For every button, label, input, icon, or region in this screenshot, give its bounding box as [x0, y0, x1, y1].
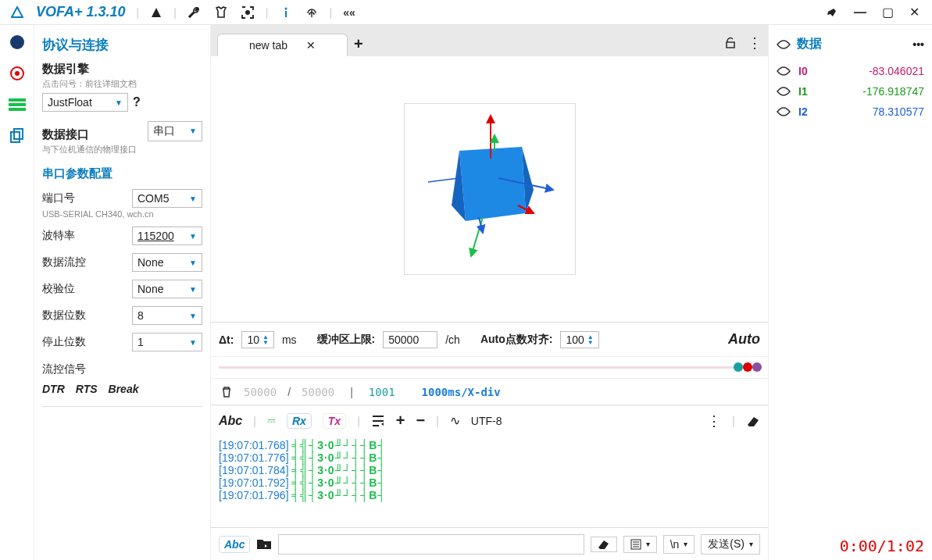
- svg-rect-10: [9, 108, 26, 111]
- log-line: [19:07:01.796] ╡╣┤3·0╜┘┤┤B┤: [219, 489, 760, 501]
- info-icon[interactable]: [280, 6, 292, 19]
- plus-icon[interactable]: +: [396, 412, 405, 430]
- fingerprint-icon[interactable]: [305, 5, 319, 20]
- timeline[interactable]: [211, 356, 768, 378]
- hex-icon[interactable]: ∿: [450, 413, 460, 428]
- svg-line-22: [428, 178, 459, 182]
- status-sep: /: [287, 386, 291, 398]
- dock-menu[interactable]: [6, 94, 28, 116]
- flow-select[interactable]: None▼: [132, 253, 202, 272]
- eraser-icon[interactable]: [746, 416, 760, 426]
- send-bar: Abc ▾ \n▾ 发送(S)▾: [211, 527, 768, 560]
- align-spin[interactable]: 100▲▼: [560, 331, 598, 348]
- status-b: 50000: [302, 386, 334, 398]
- engine-help[interactable]: ?: [133, 95, 141, 109]
- parity-select[interactable]: None▼: [132, 280, 202, 298]
- engine-label: 数据引擎: [42, 62, 202, 77]
- tx-toggle[interactable]: Tx: [323, 413, 346, 429]
- flow-label: 数据流控: [42, 255, 86, 269]
- dt-unit: ms: [282, 334, 297, 346]
- svg-point-7: [15, 71, 20, 76]
- left-header: 协议与连接: [42, 36, 202, 54]
- pin-icon[interactable]: [826, 6, 838, 19]
- auto-button[interactable]: Auto: [728, 331, 760, 348]
- console-output[interactable]: [19:07:01.768] ╡╣┤3·0╜┘┤┤B┤ [19:07:01.77…: [211, 436, 768, 527]
- send-history[interactable]: ▾: [623, 536, 657, 553]
- svg-rect-12: [14, 129, 23, 139]
- log-line: [19:07:01.784] ╡╣┤3·0╜┘┤┤B┤: [219, 464, 760, 476]
- connect-toggle[interactable]: ⎓: [267, 412, 276, 429]
- engine-select[interactable]: JustFloat▼: [42, 93, 128, 112]
- data-row[interactable]: I1-176.918747: [777, 85, 924, 98]
- data-row[interactable]: I0-83.046021: [777, 65, 924, 77]
- dt-spin[interactable]: 10▲▼: [241, 331, 274, 348]
- databits-label: 数据位数: [42, 309, 86, 323]
- svg-rect-8: [9, 98, 26, 102]
- buf-label: 缓冲区上限:: [317, 333, 376, 347]
- baud-select[interactable]: 115200▼: [132, 226, 202, 245]
- left-panel: 协议与连接 数据引擎 点击问号：前往详细文档 JustFloat▼ ? 数据接口…: [34, 25, 211, 560]
- tab-label: new tab: [249, 39, 287, 52]
- recording-timer: 0:00/1:02: [840, 537, 924, 555]
- buf-unit: /ch: [445, 334, 460, 346]
- focus-icon[interactable]: [241, 5, 255, 20]
- close-button[interactable]: ✕: [909, 5, 920, 20]
- buf-field[interactable]: 50000: [383, 331, 437, 348]
- svg-marker-1: [152, 8, 161, 17]
- log-line: [19:07:01.776] ╡╣┤3·0╜┘┤┤B┤: [219, 451, 760, 464]
- stopbits-label: 停止位数: [42, 335, 86, 349]
- port-sub: USB-SERIAL CH340, wch.cn: [42, 209, 202, 219]
- svg-rect-11: [11, 132, 20, 142]
- abc-toggle[interactable]: Abc: [219, 414, 242, 428]
- signal-label: 流控信号: [42, 362, 202, 376]
- app-logo-icon: [11, 6, 23, 19]
- signal-break[interactable]: Break: [109, 383, 139, 395]
- status-c: 1001: [369, 386, 395, 398]
- tab-add-button[interactable]: +: [354, 35, 363, 56]
- folder-icon[interactable]: [256, 538, 272, 551]
- send-input[interactable]: [278, 534, 584, 555]
- iface-select[interactable]: 串口▼: [148, 121, 202, 141]
- wrench-icon[interactable]: [187, 5, 202, 20]
- minimize-button[interactable]: —: [854, 5, 866, 20]
- svg-marker-13: [459, 147, 526, 221]
- dock-connect[interactable]: [6, 31, 28, 53]
- stopbits-select[interactable]: 1▼: [132, 333, 202, 351]
- dock-copy[interactable]: [6, 125, 28, 147]
- baud-label: 波特率: [42, 229, 75, 243]
- align-label: Auto点数对齐:: [480, 333, 553, 347]
- unlock-icon[interactable]: [724, 37, 737, 49]
- tab-close-icon[interactable]: ✕: [306, 39, 316, 52]
- signal-dtr[interactable]: DTR: [42, 383, 65, 395]
- tab-active[interactable]: new tab ✕: [217, 34, 348, 56]
- port-select[interactable]: COM5▼: [132, 189, 202, 208]
- left-dock: [0, 25, 34, 560]
- app-title: VOFA+ 1.3.10: [36, 4, 126, 20]
- databits-select[interactable]: 8▼: [132, 306, 202, 325]
- tabs-bar: new tab ✕ + ⋮: [211, 25, 768, 56]
- send-erase[interactable]: [591, 537, 617, 552]
- right-more-icon[interactable]: •••: [912, 38, 924, 51]
- center-area: new tab ✕ + ⋮: [211, 25, 768, 560]
- 3d-view[interactable]: [211, 56, 768, 322]
- minus-icon[interactable]: −: [416, 412, 425, 430]
- console-more-icon[interactable]: ⋮: [707, 412, 721, 430]
- rx-toggle[interactable]: Rx: [287, 413, 312, 429]
- port-label: 端口号: [42, 191, 75, 205]
- dock-target[interactable]: [6, 62, 28, 84]
- send-button[interactable]: 发送(S)▾: [701, 534, 760, 555]
- svg-point-5: [10, 35, 24, 49]
- send-abc[interactable]: Abc: [219, 536, 250, 553]
- shirt-icon[interactable]: [214, 5, 228, 20]
- maximize-button[interactable]: ▢: [882, 5, 894, 20]
- data-row[interactable]: I278.310577: [777, 105, 924, 118]
- encoding-label[interactable]: UTF-8: [471, 415, 502, 427]
- collapse-icon[interactable]: ««: [343, 6, 355, 19]
- wrap-icon[interactable]: [371, 415, 385, 427]
- trash-icon[interactable]: [220, 386, 233, 398]
- tab-more-icon[interactable]: ⋮: [748, 34, 762, 52]
- antenna-icon[interactable]: [150, 6, 162, 19]
- send-newline[interactable]: \n▾: [663, 535, 695, 554]
- log-line: [19:07:01.792] ╡╣┤3·0╜┘┤┤B┤: [219, 476, 760, 489]
- signal-rts[interactable]: RTS: [76, 383, 98, 395]
